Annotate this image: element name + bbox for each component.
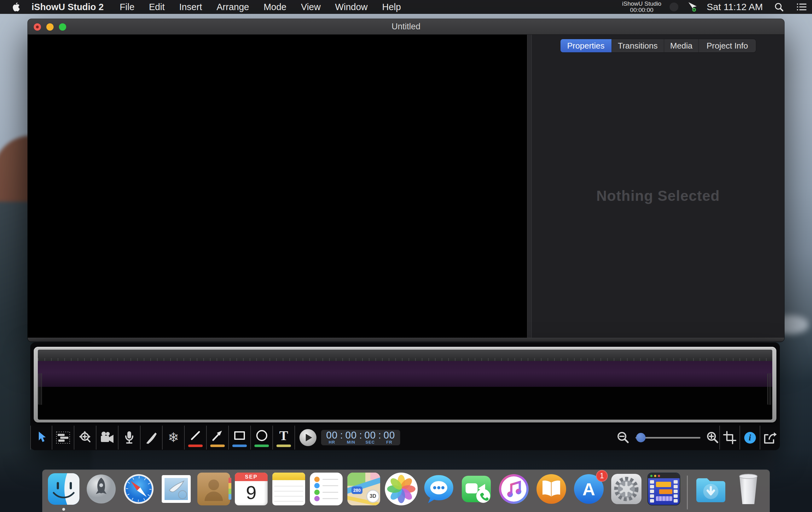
tool-snowflake[interactable]: ❄ [163, 426, 185, 450]
tool-microphone[interactable] [118, 426, 141, 450]
contacts-silhouette-head [208, 480, 219, 490]
dock-separator [687, 476, 688, 510]
notification-center-icon[interactable] [796, 2, 807, 12]
tool-knife[interactable] [141, 426, 163, 450]
menu-bar-clock[interactable]: Sat 11:12 AM [707, 2, 763, 12]
timecode-display[interactable]: 00HR : 00MIN : 00SEC : 00FR [321, 430, 400, 446]
timeline-left-trim-handle[interactable] [38, 373, 43, 405]
menu-edit[interactable]: Edit [142, 2, 172, 12]
tab-media[interactable]: Media [664, 39, 699, 52]
dock-notes[interactable] [272, 473, 305, 505]
menu-bar-status-area: iShowU Studio 00:00:00 Sat 11:12 AM [622, 0, 807, 14]
dock-calendar[interactable]: SEP 9 [235, 473, 268, 505]
dock-launchpad[interactable] [85, 473, 118, 505]
zoom-slider-knob[interactable] [636, 433, 645, 442]
dock-app-store[interactable]: A 1 [573, 473, 605, 505]
panel-divider[interactable] [527, 35, 532, 338]
timeline-frame [34, 347, 776, 423]
minimize-button[interactable] [46, 23, 54, 31]
maps-3d-badge: 3D [366, 490, 379, 503]
dock-itunes[interactable] [497, 473, 530, 505]
dock-trash[interactable] [732, 473, 765, 505]
dock-photos[interactable] [385, 473, 418, 505]
tool-text[interactable]: T [273, 426, 295, 450]
tool-line[interactable] [185, 426, 207, 450]
dock-mail[interactable] [160, 473, 193, 505]
dock-maps[interactable]: 280 3D [347, 473, 380, 505]
tab-properties[interactable]: Properties [560, 39, 612, 52]
maps-highway-shield: 280 [351, 486, 362, 494]
active-app-name[interactable]: iShowU Studio 2 [31, 2, 104, 12]
ishowu-cursor-icon[interactable] [687, 2, 698, 12]
calendar-day: 9 [235, 481, 268, 505]
timeline-ruler[interactable] [38, 350, 772, 361]
dock-facetime[interactable] [460, 473, 493, 505]
timecode-sec-label: SEC [365, 440, 375, 445]
tool-select-cursor[interactable] [30, 426, 52, 450]
dock-contacts[interactable] [197, 473, 230, 505]
zoom-out-button[interactable] [616, 426, 630, 450]
timeline-zoom-slider[interactable] [636, 437, 700, 438]
line-tool-icon [190, 428, 201, 443]
apple-menu-icon[interactable] [12, 2, 20, 12]
dimmed-status-icon[interactable] [669, 2, 678, 11]
tracks-icon [56, 430, 70, 445]
menu-insert[interactable]: Insert [172, 2, 210, 12]
menu-view[interactable]: View [294, 2, 328, 12]
timecode-colon: : [359, 430, 362, 441]
menu-help[interactable]: Help [375, 2, 408, 12]
menu-window[interactable]: Window [328, 2, 375, 12]
transport-area [299, 426, 317, 450]
arrow-tool-icon [211, 428, 224, 443]
dock-reminders[interactable] [310, 473, 343, 505]
tool-camera[interactable] [96, 426, 118, 450]
dock-finder[interactable] [47, 473, 80, 505]
tool-tracks[interactable] [52, 426, 75, 450]
dock-downloads-folder[interactable] [694, 473, 727, 505]
close-button[interactable] [34, 23, 41, 31]
inspector-panel: Properties Transitions Media Project Inf… [532, 35, 784, 338]
calendar-month: SEP [235, 473, 268, 481]
status-timecode-label: 00:00:00 [630, 7, 654, 13]
video-canvas[interactable] [28, 35, 527, 338]
tool-arrow[interactable] [207, 426, 229, 450]
timecode-frames: 00 [384, 431, 395, 440]
tab-project-info[interactable]: Project Info [699, 39, 756, 52]
menu-file[interactable]: File [113, 2, 142, 12]
share-button[interactable] [760, 426, 780, 450]
tool-rectangle[interactable] [229, 426, 251, 450]
dock-safari[interactable] [122, 473, 155, 505]
dock: SEP 9 280 3D [42, 470, 770, 512]
ellipse-color-swatch [254, 445, 269, 447]
timecode-seconds: 00 [365, 431, 376, 440]
tab-transitions[interactable]: Transitions [612, 39, 664, 52]
timeline-right-trim-handle[interactable] [767, 373, 772, 405]
zoom-in-button[interactable] [706, 426, 719, 450]
window-title: Untitled [392, 22, 420, 31]
info-button[interactable]: i [740, 426, 760, 450]
dock-system-preferences[interactable] [610, 473, 643, 505]
menu-mode[interactable]: Mode [256, 2, 294, 12]
zoom-selection-icon [79, 430, 92, 445]
app-store-letter: A [582, 479, 595, 499]
zoom-button[interactable] [59, 23, 66, 31]
ishowu-status-item[interactable]: iShowU Studio 00:00:00 [622, 1, 661, 13]
timeline-track-purple[interactable] [38, 361, 772, 387]
play-button[interactable] [299, 429, 317, 446]
window-title-bar[interactable]: Untitled [28, 19, 784, 35]
timecode-min-label: MIN [347, 440, 355, 445]
timecode-colon: : [340, 430, 343, 441]
rectangle-color-swatch [232, 445, 247, 447]
crop-button[interactable] [719, 426, 740, 450]
dock-messages[interactable] [423, 473, 455, 505]
menu-arrange[interactable]: Arrange [209, 2, 256, 12]
dock-ibooks[interactable] [535, 473, 568, 505]
tool-ellipse[interactable] [251, 426, 273, 450]
spotlight-search-icon[interactable] [774, 2, 784, 12]
dock-ishowu-studio[interactable] [647, 473, 680, 505]
tool-zoom-selection[interactable] [75, 426, 96, 450]
timeline-track-empty[interactable] [38, 387, 772, 420]
contacts-tabs [229, 478, 231, 500]
timeline-tracks-area[interactable] [38, 350, 772, 420]
text-color-swatch [277, 445, 291, 447]
